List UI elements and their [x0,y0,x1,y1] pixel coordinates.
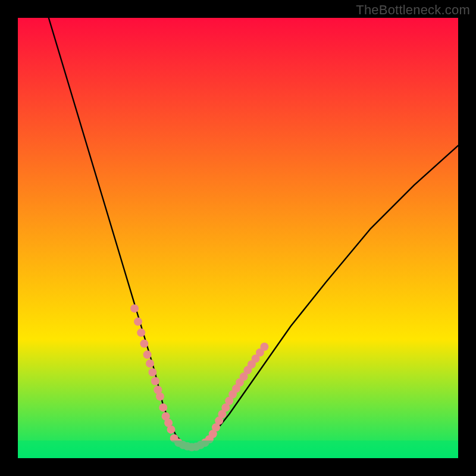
svg-point-5 [146,359,154,368]
svg-point-6 [148,368,156,377]
svg-point-1 [134,318,142,326]
svg-point-0 [130,304,139,312]
svg-point-13 [167,425,176,434]
svg-point-9 [156,392,164,400]
watermark-text: TheBottleneck.com [356,2,470,18]
svg-point-37 [260,343,268,351]
bottleneck-chart [0,0,476,476]
chart-frame: { "watermark": "TheBottleneck.com", "cha… [0,0,476,476]
svg-point-4 [143,350,152,359]
svg-point-10 [159,403,167,412]
green-band [18,440,458,458]
svg-point-2 [137,328,145,337]
svg-point-3 [140,340,148,348]
svg-point-7 [151,377,159,386]
